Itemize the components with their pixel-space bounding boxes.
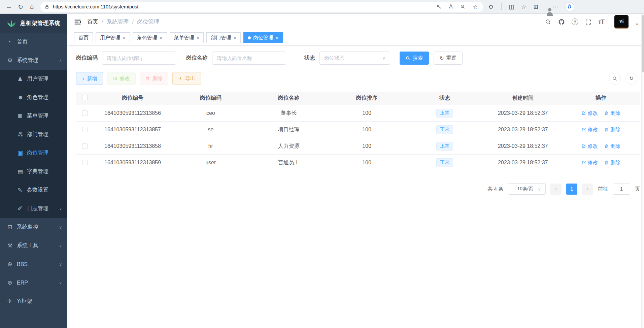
cell-created-time: 2023-03-29 18:52:37 bbox=[484, 160, 562, 166]
status-select-placeholder: 岗位状态 bbox=[324, 55, 382, 61]
chevron-down-icon[interactable]: ▾ bbox=[636, 22, 638, 29]
sidebar-item[interactable]: ⊕ ERP ∨ bbox=[0, 273, 67, 292]
edit-link[interactable]: 修改 bbox=[581, 160, 598, 166]
edit-link[interactable]: 修改 bbox=[581, 127, 598, 133]
breadcrumb-item[interactable]: 岗位管理 bbox=[129, 18, 160, 26]
bing-chat-icon[interactable]: b bbox=[565, 2, 574, 11]
sidebar-item[interactable]: ◔ 首页 bbox=[0, 33, 67, 51]
row-checkbox[interactable] bbox=[82, 160, 88, 165]
close-icon[interactable]: × bbox=[233, 35, 236, 41]
font-size-icon[interactable]: тT bbox=[598, 19, 604, 26]
delete-link[interactable]: 删除 bbox=[604, 143, 620, 150]
reset-button[interactable]: ↻ 重置 bbox=[434, 52, 463, 65]
sidebar-item[interactable]: ⚒ 系统工具 ∨ bbox=[0, 236, 67, 255]
sidebar-item[interactable]: ▤ 字典管理 bbox=[0, 162, 67, 181]
sidebar-item[interactable]: ⊡ 系统监控 ∨ bbox=[0, 218, 67, 236]
current-page-button[interactable]: 1 bbox=[566, 184, 577, 195]
tab[interactable]: 角色管理 × bbox=[133, 32, 167, 43]
tab[interactable]: 首页 × bbox=[74, 32, 93, 43]
tab[interactable]: 用户管理 × bbox=[96, 32, 130, 43]
app-logo[interactable]: 意框架管理系统 bbox=[0, 14, 67, 33]
delete-link[interactable]: 删除 bbox=[604, 160, 620, 166]
fullscreen-icon[interactable] bbox=[585, 19, 591, 25]
select-all-checkbox[interactable] bbox=[82, 95, 88, 100]
read-aloud-icon[interactable]: A bbox=[449, 4, 453, 10]
sidebar-item[interactable]: ⚙ 系统管理 ∧ bbox=[0, 51, 67, 70]
sidebar-item[interactable]: ✈ Yi框架 bbox=[0, 292, 67, 310]
add-button[interactable]: + 新增 bbox=[76, 72, 103, 85]
goto-page-input[interactable] bbox=[613, 184, 630, 195]
tab-label: 菜单管理 bbox=[174, 35, 194, 41]
extensions-icon[interactable] bbox=[488, 4, 494, 10]
address-bar[interactable]: https://ccnetcore.com:1101/system/post A… bbox=[40, 2, 483, 12]
sidebar-fold-icon[interactable] bbox=[74, 19, 81, 26]
close-icon[interactable]: × bbox=[276, 35, 279, 41]
row-checkbox[interactable] bbox=[82, 127, 88, 132]
zoom-out-icon[interactable] bbox=[460, 4, 466, 9]
next-page-button[interactable]: › bbox=[582, 184, 593, 195]
edit-link[interactable]: 修改 bbox=[581, 143, 598, 150]
page-size-select[interactable]: 10条/页 ∨ bbox=[508, 183, 546, 195]
close-icon[interactable]: × bbox=[123, 35, 126, 41]
cell-post-id: 1641030593112313859 bbox=[94, 160, 172, 166]
refresh-icon[interactable]: ↻ bbox=[15, 2, 26, 12]
page-content: 岗位编码 岗位名称 状态 岗位状态 ∨ 搜索 bbox=[67, 45, 644, 328]
add-favorite-icon[interactable]: ☆ bbox=[473, 4, 478, 10]
tab[interactable]: 菜单管理 × bbox=[170, 32, 204, 43]
delete-link[interactable]: 删除 bbox=[604, 110, 620, 117]
reset-button-label: 重置 bbox=[446, 55, 456, 61]
toggle-search-button[interactable] bbox=[609, 73, 621, 85]
breadcrumb-item-label: 首页 bbox=[87, 19, 98, 25]
sidebar-item[interactable]: ✐ 日志管理 ∨ bbox=[0, 199, 67, 218]
delete-button[interactable]: 删除 bbox=[140, 72, 168, 85]
breadcrumb-item[interactable]: 系统管理 bbox=[98, 18, 129, 26]
export-button[interactable]: 导出 bbox=[172, 72, 201, 85]
search-button-label: 搜索 bbox=[413, 55, 423, 61]
password-key-icon[interactable] bbox=[436, 4, 442, 9]
row-checkbox[interactable] bbox=[82, 110, 88, 116]
search-icon[interactable] bbox=[545, 19, 551, 25]
edit-link[interactable]: 修改 bbox=[581, 110, 598, 117]
split-screen-icon[interactable]: ◫ bbox=[509, 3, 514, 10]
user-avatar[interactable]: Yi bbox=[614, 15, 629, 29]
cell-post-id: 1641030593112313858 bbox=[94, 143, 172, 149]
help-icon[interactable]: ? bbox=[572, 19, 578, 25]
sidebar-item[interactable]: ♟ 用户管理 bbox=[0, 70, 67, 88]
scrollbar[interactable] bbox=[641, 14, 644, 328]
sidebar-item[interactable]: ▣ 岗位管理 bbox=[0, 144, 67, 162]
url-text[interactable]: https://ccnetcore.com:1101/system/post bbox=[53, 4, 436, 9]
prev-page-button[interactable]: ‹ bbox=[550, 184, 562, 195]
close-icon[interactable]: × bbox=[197, 35, 200, 41]
edit-button[interactable]: 修改 bbox=[107, 72, 136, 85]
sidebar-item[interactable]: ✎ 参数设置 bbox=[0, 181, 67, 199]
sidebar-item[interactable]: ⊕ BBS ∨ bbox=[0, 255, 67, 273]
collections-icon[interactable]: ⊞ bbox=[533, 3, 538, 10]
search-button[interactable]: 搜索 bbox=[400, 52, 429, 65]
close-icon[interactable]: × bbox=[160, 35, 163, 41]
refresh-table-button[interactable]: ↻ bbox=[625, 73, 637, 85]
github-icon[interactable] bbox=[558, 19, 565, 25]
scrollbar-thumb[interactable] bbox=[642, 15, 644, 72]
param-icon: ✎ bbox=[18, 187, 27, 194]
sidebar-item[interactable]: ≣ 菜单管理 bbox=[0, 107, 67, 125]
status-badge: 正常 bbox=[436, 158, 453, 167]
favorites-bar-icon[interactable]: ☆ bbox=[521, 3, 526, 10]
row-checkbox[interactable] bbox=[82, 143, 88, 149]
chevron-down-icon: ∨ bbox=[59, 281, 62, 285]
back-icon[interactable]: ← bbox=[3, 2, 15, 12]
sidebar-item[interactable]: ⁂ 部门管理 bbox=[0, 125, 67, 144]
home-icon[interactable]: ⌂ bbox=[26, 2, 38, 12]
post-code-input[interactable] bbox=[102, 52, 176, 65]
breadcrumb-item[interactable]: 首页 bbox=[87, 18, 98, 26]
delete-link[interactable]: 删除 bbox=[604, 127, 620, 133]
post-icon: ▣ bbox=[18, 150, 27, 157]
column-header-label: 岗位编码 bbox=[200, 95, 222, 101]
post-name-input[interactable] bbox=[212, 52, 286, 65]
settings-more-icon[interactable]: ⋯ bbox=[552, 3, 558, 10]
cell-created-time: 2023-03-29 18:52:37 bbox=[484, 127, 562, 133]
sidebar-item-label: 日志管理 bbox=[27, 205, 59, 212]
tab[interactable]: 部门管理 × bbox=[206, 32, 241, 43]
status-select[interactable]: 岗位状态 ∨ bbox=[319, 52, 390, 65]
tab[interactable]: 岗位管理 × bbox=[243, 32, 283, 43]
sidebar-item[interactable]: ☻ 角色管理 bbox=[0, 88, 67, 107]
